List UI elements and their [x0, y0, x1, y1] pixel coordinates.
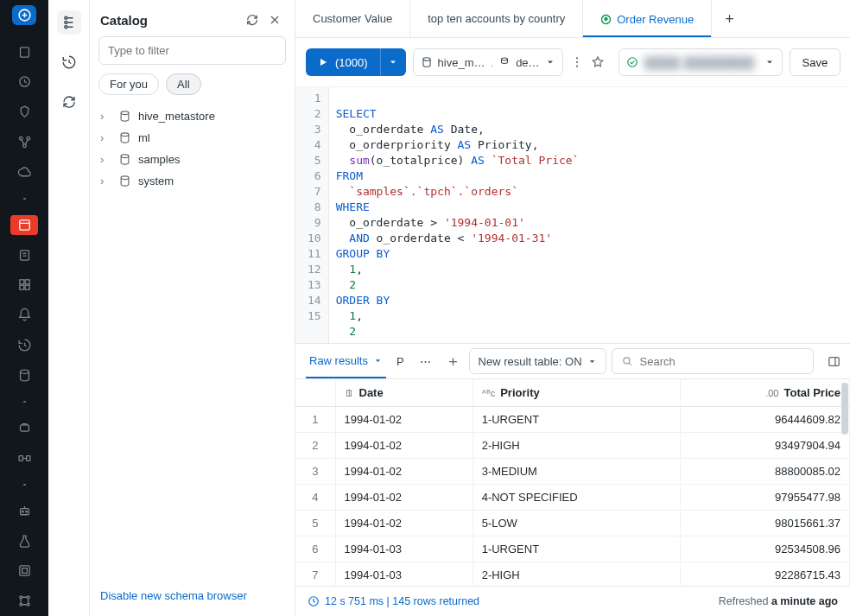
- sql-code[interactable]: SELECT o_orderdate AS Date, o_orderprior…: [329, 87, 850, 343]
- workflows-icon[interactable]: [12, 132, 36, 152]
- models-icon[interactable]: [12, 591, 36, 611]
- status-dot-icon: [626, 56, 638, 68]
- sql-editor[interactable]: 123456789101112131415 SELECT o_orderdate…: [295, 86, 850, 343]
- results-tab-overflow[interactable]: P: [391, 355, 409, 368]
- features-icon[interactable]: [12, 562, 36, 581]
- refresh-icon[interactable]: [243, 10, 262, 29]
- tab-label: top ten accounts by country: [428, 12, 565, 25]
- sql-editor-icon[interactable]: [10, 215, 38, 235]
- cell-priority: 1-URGENT: [473, 407, 680, 433]
- pipelines-icon[interactable]: [12, 448, 36, 468]
- col-total[interactable]: .00Total Price: [680, 379, 849, 407]
- close-icon[interactable]: [265, 10, 284, 29]
- calendar-icon: 🗓: [345, 388, 354, 398]
- cell-total: 88800085.02: [680, 459, 849, 485]
- clock-icon: [308, 595, 320, 607]
- table-row[interactable]: 41994-01-024-NOT SPECIFIED97955477.98: [295, 485, 850, 511]
- run-dropdown[interactable]: [380, 48, 406, 76]
- compute-icon[interactable]: [12, 162, 36, 182]
- run-button[interactable]: (1000): [306, 48, 380, 76]
- recents-icon[interactable]: [12, 73, 36, 92]
- queries-icon[interactable]: [12, 245, 36, 265]
- table-row[interactable]: 51994-01-025-LOW98015661.37: [295, 511, 850, 537]
- svg-rect-13: [20, 425, 29, 431]
- table-row[interactable]: 71994-01-032-HIGH92286715.43: [295, 562, 850, 587]
- status-bar: 12 s 751 ms | 145 rows returned Refreshe…: [295, 586, 850, 616]
- cell-total: 97955477.98: [680, 485, 849, 511]
- ingest-icon[interactable]: [12, 418, 36, 438]
- col-index[interactable]: [295, 379, 335, 407]
- svg-rect-11: [25, 286, 29, 290]
- kebab-icon[interactable]: [570, 48, 584, 76]
- cell-priority: 2-HIGH: [473, 562, 680, 587]
- catalog-icon[interactable]: [12, 102, 36, 122]
- star-icon[interactable]: [591, 48, 605, 76]
- workspace-icon[interactable]: [12, 42, 36, 62]
- tree-item[interactable]: › hive_metastore: [95, 105, 289, 127]
- line-gutter: 123456789101112131415: [295, 87, 329, 343]
- tree-item[interactable]: › ml: [95, 127, 289, 149]
- cell-index: 5: [295, 511, 335, 537]
- storage-icon[interactable]: [12, 365, 36, 385]
- chevron-down-icon: [373, 356, 383, 365]
- scrollbar-thumb[interactable]: [841, 383, 848, 435]
- col-date[interactable]: 🗓Date: [335, 379, 473, 407]
- schema-tree-icon[interactable]: [57, 10, 81, 35]
- database-icon: [117, 131, 131, 144]
- cell-index: 1: [295, 407, 335, 433]
- chip-for-you[interactable]: For you: [98, 73, 159, 95]
- cell-total: 93497904.94: [680, 433, 849, 459]
- string-type-icon: ᴬᴮc: [482, 388, 496, 398]
- tab-order-revenue[interactable]: ⦿ Order Revenue: [583, 0, 712, 37]
- cell-index: 4: [295, 485, 335, 511]
- refresh-mini-icon[interactable]: [57, 90, 81, 114]
- save-button[interactable]: Save: [790, 48, 841, 76]
- results-toolbar: Raw results P ⋯ New result table: ON: [295, 343, 850, 379]
- table-row[interactable]: 31994-01-023-MEDIUM88800085.02: [295, 459, 850, 485]
- experiments-icon[interactable]: [12, 531, 36, 551]
- chevron-right-icon: ›: [100, 131, 111, 144]
- chevron-down-icon: [587, 357, 597, 366]
- svg-rect-19: [19, 566, 29, 575]
- results-search[interactable]: [612, 348, 814, 374]
- dashboards-icon[interactable]: [12, 276, 36, 295]
- new-result-label: New result table: ON: [479, 355, 582, 368]
- cell-total: 96444609.82: [680, 407, 849, 433]
- add-tab-button[interactable]: [712, 12, 746, 25]
- catalog-filter-input[interactable]: [98, 36, 286, 65]
- add-visualization-button[interactable]: [443, 347, 464, 375]
- cell-date: 1994-01-03: [335, 562, 473, 587]
- svg-point-35: [576, 61, 578, 63]
- alerts-icon[interactable]: [12, 305, 36, 325]
- table-row[interactable]: 21994-01-022-HIGH93497904.94: [295, 433, 850, 459]
- rail-divider-dot-3: [23, 484, 26, 486]
- cell-index: 2: [295, 433, 335, 459]
- svg-rect-1: [20, 47, 29, 56]
- svg-point-32: [422, 58, 429, 61]
- toggle-side-panel-icon[interactable]: [824, 352, 843, 371]
- svg-rect-9: [25, 280, 29, 284]
- refreshed-label: Refreshed: [719, 595, 771, 607]
- catalog-title: Catalog: [100, 13, 239, 28]
- results-tab-raw[interactable]: Raw results: [306, 345, 386, 378]
- history-icon[interactable]: [57, 50, 81, 74]
- ml-robot-icon[interactable]: [12, 501, 36, 521]
- new-result-table-toggle[interactable]: New result table: ON: [469, 348, 606, 374]
- table-row[interactable]: 61994-01-031-URGENT92534508.96: [295, 537, 850, 562]
- tab-customer-value[interactable]: Customer Value: [295, 0, 410, 37]
- table-row[interactable]: 11994-01-021-URGENT96444609.82: [295, 407, 850, 433]
- create-button[interactable]: [12, 5, 36, 25]
- col-priority[interactable]: ᴬᴮcPriority: [473, 379, 680, 407]
- ellipsis-icon[interactable]: ⋯: [415, 355, 438, 368]
- svg-point-17: [22, 511, 23, 512]
- cell-total: 92534508.96: [680, 537, 849, 562]
- context-picker[interactable]: hive_m… . de…: [413, 48, 563, 76]
- tree-item[interactable]: › samples: [95, 149, 289, 170]
- disable-schema-browser-link[interactable]: Disable new schema browser: [90, 575, 295, 616]
- chip-all[interactable]: All: [166, 73, 200, 95]
- history-nav-icon[interactable]: [12, 335, 36, 355]
- results-search-input[interactable]: [640, 355, 804, 368]
- tab-top-ten[interactable]: top ten accounts by country: [410, 0, 583, 37]
- tree-item[interactable]: › system: [95, 170, 289, 192]
- compute-picker[interactable]: ████ ████████: [618, 48, 783, 76]
